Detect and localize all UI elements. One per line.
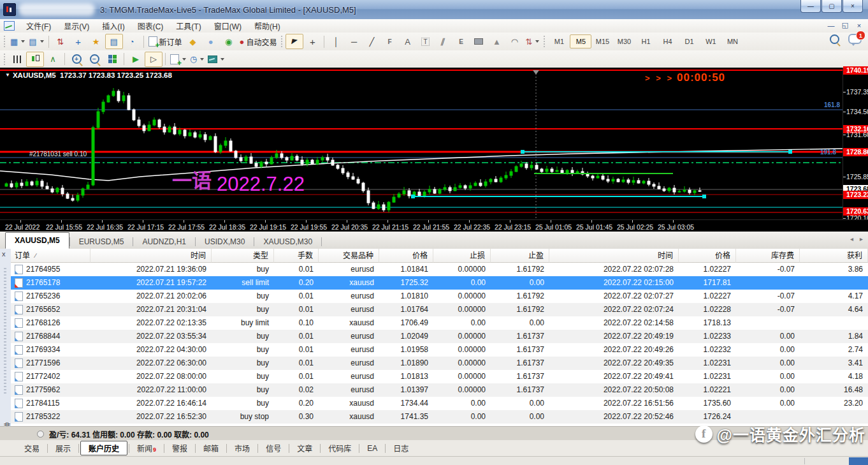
rectangle-button[interactable] bbox=[470, 34, 488, 49]
arrows-button[interactable]: ⇅ bbox=[523, 34, 541, 49]
column-header-7[interactable]: 止盈 bbox=[491, 249, 549, 263]
app-icon[interactable] bbox=[3, 3, 16, 16]
tile-windows-button[interactable] bbox=[103, 52, 121, 67]
sort-ascending-icon[interactable]: ∕ bbox=[35, 249, 36, 263]
market-watch-button[interactable]: ⇅ bbox=[52, 34, 69, 49]
history-row-21765178[interactable]: 217651782022.07.21 19:57:22sell limit0.2… bbox=[11, 276, 868, 290]
menu-item-4[interactable]: 工具(T) bbox=[170, 19, 207, 33]
chart-canvas[interactable] bbox=[0, 68, 868, 219]
toolbox-tab-11[interactable]: 日志 bbox=[387, 441, 415, 455]
timeframe-m1-button[interactable]: M1 bbox=[548, 34, 570, 48]
profiles-button[interactable]: ▤ bbox=[27, 34, 45, 49]
indicators-button[interactable] bbox=[168, 52, 188, 67]
dropdown-caret-icon[interactable] bbox=[21, 40, 25, 43]
chart-tab-usidx-m30[interactable]: USIDX,M30 bbox=[196, 235, 254, 249]
toolbar-grip[interactable] bbox=[543, 36, 546, 47]
search-icon[interactable] bbox=[830, 34, 839, 44]
new-chart-button[interactable]: ▦ bbox=[8, 34, 27, 49]
column-header-0[interactable]: 订单∕ bbox=[11, 249, 90, 263]
history-row-21772402[interactable]: 217724022022.07.22 08:00:00buy0.01eurusd… bbox=[11, 370, 868, 383]
timeframe-h4-button[interactable]: H4 bbox=[656, 34, 678, 48]
history-row-21764955[interactable]: 217649552022.07.21 19:36:09buy0.01eurusd… bbox=[11, 263, 868, 276]
line-chart-button[interactable]: ∧ bbox=[44, 52, 62, 67]
dock-gripper[interactable] bbox=[4, 268, 6, 395]
menu-item-3[interactable]: 图表(C) bbox=[131, 19, 170, 33]
timeframe-h1-button[interactable]: H1 bbox=[635, 34, 656, 48]
dropdown-caret-icon[interactable] bbox=[182, 58, 186, 61]
history-row-21765652[interactable]: 217656522022.07.21 20:31:04buy0.01eurusd… bbox=[11, 303, 868, 316]
toolbar-grip[interactable] bbox=[3, 54, 6, 65]
signals-button[interactable]: ◉ bbox=[220, 34, 238, 49]
table-header-row[interactable]: 订单∕时间类型手数交易品种价格止损止盈时间价格库存费获利 bbox=[11, 249, 868, 263]
periods-button[interactable]: ◷ bbox=[188, 52, 206, 67]
close-button[interactable]: × bbox=[843, 0, 863, 13]
column-header-10[interactable]: 库存费 bbox=[736, 249, 800, 263]
timeframe-m15-button[interactable]: M15 bbox=[591, 34, 613, 48]
history-row-21784115[interactable]: 217841152022.07.22 16:46:14buy0.20xauusd… bbox=[11, 397, 868, 410]
fibo-arc-button[interactable]: ◠ bbox=[505, 34, 523, 49]
depth-of-market-button[interactable]: ◆ bbox=[184, 34, 202, 49]
column-header-9[interactable]: 价格 bbox=[679, 249, 736, 263]
menu-item-6[interactable]: 帮助(H) bbox=[248, 19, 287, 33]
tab-scroll-right-icon[interactable]: ▸ bbox=[860, 235, 863, 242]
chart-tab-xauusd-m5[interactable]: XAUUSD,M5 bbox=[5, 232, 69, 249]
timeframe-m30-button[interactable]: M30 bbox=[613, 34, 635, 48]
dropdown-caret-icon[interactable] bbox=[535, 40, 539, 43]
toolbox-tab-2[interactable]: 账户历史 bbox=[80, 441, 127, 455]
trendline-button[interactable]: ╱ bbox=[363, 34, 380, 49]
menu-item-5[interactable]: 窗口(W) bbox=[208, 19, 248, 33]
auto-scroll-button[interactable]: ▶ bbox=[127, 52, 145, 67]
toolbox-tab-0[interactable]: 交易 bbox=[18, 441, 46, 455]
triangle-button[interactable]: ▲ bbox=[488, 34, 505, 49]
column-header-8[interactable]: 时间 bbox=[549, 249, 679, 263]
mdi-close-button[interactable]: × bbox=[854, 20, 864, 30]
mdi-restore-button[interactable]: ◱ bbox=[840, 20, 850, 30]
history-row-21775962[interactable]: 217759622022.07.22 11:00:00buy0.02eurusd… bbox=[11, 383, 868, 397]
column-header-11[interactable]: 获利 bbox=[800, 249, 868, 263]
toolbox-tab-10[interactable]: EA bbox=[361, 443, 384, 454]
tab-scroll-left-icon[interactable]: ◂ bbox=[850, 235, 853, 242]
price-axis[interactable]: 1740.191737.351734.501732.161731.601728.… bbox=[843, 68, 868, 219]
time-axis[interactable]: 22 Jul 202222 Jul 15:5522 Jul 16:3522 Ju… bbox=[0, 219, 868, 232]
dropdown-caret-icon[interactable] bbox=[200, 58, 204, 61]
timeframe-mn-button[interactable]: MN bbox=[721, 34, 743, 48]
column-header-2[interactable]: 类型 bbox=[212, 249, 274, 263]
navigator-button[interactable]: ★ bbox=[87, 34, 105, 49]
mdi-minimize-button[interactable]: — bbox=[826, 20, 836, 30]
candlestick-button[interactable] bbox=[26, 52, 44, 67]
menu-item-0[interactable]: 文件(F) bbox=[20, 19, 57, 33]
channel-button[interactable]: ∥ bbox=[434, 34, 452, 49]
timeframe-m5-button[interactable]: M5 bbox=[570, 34, 591, 48]
maximize-button[interactable]: ▢ bbox=[821, 0, 842, 13]
toolbox-tab-1[interactable]: 展示 bbox=[49, 441, 77, 455]
history-row-21771596[interactable]: 217715962022.07.22 06:30:00buy0.01eurusd… bbox=[11, 357, 868, 370]
dropdown-caret-icon[interactable] bbox=[221, 58, 224, 61]
history-row-21768126[interactable]: 217681262022.07.22 02:13:35buy limit0.10… bbox=[11, 316, 868, 330]
text-button[interactable]: A bbox=[398, 34, 416, 49]
symbol-ohlc-info[interactable]: ▼XAUUSD,M5 1723.37 1723.83 1723.25 1723.… bbox=[5, 71, 172, 79]
data-window-button[interactable]: + bbox=[69, 34, 87, 49]
crosshair-button[interactable]: + bbox=[303, 34, 321, 49]
community-button[interactable]: ● bbox=[202, 34, 220, 49]
autotrade-button[interactable]: ●自动交易 bbox=[238, 34, 279, 49]
chart-tab-xauusd-m30[interactable]: XAUUSD,M30 bbox=[254, 235, 321, 249]
chat-icon[interactable]: 1 bbox=[848, 34, 862, 44]
minimize-button[interactable]: — bbox=[800, 0, 821, 13]
column-header-3[interactable]: 手数 bbox=[274, 249, 319, 263]
chart-tab-audnzd-h1[interactable]: AUDNZD,H1 bbox=[133, 235, 195, 249]
toolbox-tab-5[interactable]: 邮箱 bbox=[197, 441, 225, 455]
toolbox-button[interactable]: ▤ bbox=[105, 34, 123, 49]
column-header-6[interactable]: 止损 bbox=[433, 249, 491, 263]
horizontal-line-button[interactable]: ─ bbox=[345, 34, 363, 49]
toolbox-tab-3[interactable]: 新闻9 bbox=[131, 441, 163, 455]
fibonacci-button[interactable]: F bbox=[380, 34, 398, 49]
timeframe-w1-button[interactable]: W1 bbox=[700, 34, 721, 48]
history-row-21765236[interactable]: 217652362022.07.21 20:02:06buy0.01eurusd… bbox=[11, 290, 868, 303]
toolbox-tab-9[interactable]: 代码库 bbox=[322, 441, 358, 455]
toolbox-tab-8[interactable]: 文章 bbox=[291, 441, 319, 455]
text-label-button[interactable]: T bbox=[416, 34, 434, 49]
column-header-1[interactable]: 时间 bbox=[90, 249, 212, 263]
history-row-21769334[interactable]: 217693342022.07.22 04:30:00buy0.01eurusd… bbox=[11, 343, 868, 357]
menu-item-2[interactable]: 插入(I) bbox=[96, 19, 131, 33]
chart-shift-button[interactable]: ▷ bbox=[145, 52, 163, 67]
